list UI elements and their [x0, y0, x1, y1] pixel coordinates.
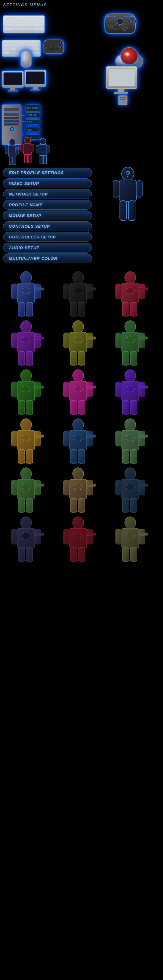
svg-rect-26 [13, 27, 35, 30]
svg-rect-52 [12, 45, 15, 47]
controls-setup-button[interactable]: CONTROLS SETUP [3, 221, 92, 231]
svg-point-35 [131, 18, 134, 21]
svg-rect-20 [16, 24, 20, 26]
svg-rect-85 [26, 72, 44, 84]
svg-rect-254 [87, 480, 93, 495]
armor-section [0, 266, 163, 563]
armor-row-5 [0, 464, 163, 513]
svg-rect-146 [128, 201, 135, 221]
svg-rect-248 [26, 499, 33, 512]
svg-rect-218 [139, 386, 148, 388]
svg-rect-216 [130, 401, 137, 414]
network-setup-button[interactable]: NETWORK SETUP [3, 189, 92, 199]
profile-name-button[interactable]: PROFILE NAME [3, 200, 92, 210]
svg-rect-44 [14, 42, 17, 44]
audio-setup-button[interactable]: AUDIO SETUP [3, 243, 92, 253]
svg-rect-129 [24, 144, 32, 154]
svg-rect-277 [63, 529, 70, 544]
svg-rect-280 [78, 547, 85, 562]
svg-rect-94 [119, 95, 127, 105]
svg-rect-9 [39, 17, 44, 20]
svg-rect-239 [122, 450, 129, 463]
svg-point-147 [21, 272, 32, 284]
svg-point-219 [21, 418, 32, 431]
svg-rect-238 [139, 431, 145, 446]
svg-rect-11 [11, 21, 15, 23]
svg-rect-176 [26, 352, 33, 365]
svg-point-249 [22, 484, 30, 490]
svg-text:?: ? [125, 169, 131, 179]
svg-point-155 [73, 272, 84, 284]
svg-point-251 [73, 468, 84, 480]
svg-rect-269 [11, 529, 17, 544]
armor-figure-olive [52, 318, 104, 366]
svg-point-34 [128, 20, 131, 23]
svg-point-74 [60, 46, 63, 48]
svg-point-169 [126, 288, 135, 294]
edit-profile-button[interactable]: EDIT PROFILE SETTINGS [3, 168, 92, 177]
svg-rect-223 [18, 450, 25, 463]
armor-figure-green-dark [104, 318, 156, 366]
svg-point-153 [22, 288, 30, 294]
svg-rect-214 [139, 382, 145, 397]
controller-setup-button[interactable]: CONTROLLER SETUP [3, 232, 92, 242]
svg-rect-145 [120, 201, 127, 221]
svg-rect-288 [130, 547, 137, 562]
svg-rect-133 [28, 154, 31, 163]
svg-rect-245 [11, 480, 17, 495]
svg-rect-139 [44, 155, 47, 164]
svg-rect-10 [5, 21, 10, 23]
svg-rect-55 [23, 45, 26, 47]
svg-rect-43 [11, 42, 14, 44]
svg-rect-123 [5, 146, 8, 154]
menu-list: EDIT PROFILE SETTINGS VIDEO SETUP NETWOR… [0, 166, 95, 265]
svg-rect-272 [26, 547, 33, 562]
svg-rect-274 [35, 533, 44, 535]
svg-rect-54 [20, 45, 23, 47]
svg-rect-50 [3, 45, 8, 47]
armor-row-1 [0, 268, 163, 317]
svg-point-72 [59, 44, 61, 46]
icons-section: CPU CORE RAM 4GB GPU HDD MOBO [0, 8, 163, 137]
armor-figure-purple-light [104, 368, 156, 415]
svg-rect-256 [78, 499, 85, 512]
soldiers-section [0, 137, 163, 165]
svg-rect-152 [26, 302, 33, 316]
svg-rect-258 [87, 484, 96, 486]
svg-point-227 [73, 418, 84, 431]
svg-rect-165 [116, 284, 122, 299]
svg-rect-278 [87, 529, 93, 544]
svg-rect-261 [116, 480, 122, 495]
svg-rect-290 [139, 533, 148, 535]
svg-rect-100 [4, 113, 19, 116]
svg-rect-246 [35, 480, 41, 495]
armor-figure-black [52, 269, 104, 317]
svg-rect-183 [70, 352, 77, 365]
video-setup-button[interactable]: VIDEO SETUP [3, 178, 92, 188]
svg-rect-168 [130, 302, 137, 316]
svg-rect-250 [35, 484, 44, 486]
svg-rect-4 [18, 17, 21, 20]
svg-rect-135 [39, 145, 47, 155]
svg-rect-142 [119, 180, 136, 201]
svg-rect-6 [26, 17, 30, 20]
svg-point-193 [126, 337, 135, 343]
armor-figure-purple [0, 318, 52, 366]
svg-rect-16 [32, 21, 36, 23]
svg-point-235 [125, 418, 136, 431]
svg-rect-130 [21, 144, 24, 152]
svg-rect-160 [78, 302, 85, 316]
svg-point-128 [25, 137, 31, 144]
multiplayer-color-button[interactable]: MULTIPLAYER COLOR [3, 253, 92, 263]
svg-rect-287 [122, 547, 129, 562]
svg-rect-199 [18, 401, 25, 414]
svg-point-203 [73, 369, 84, 382]
svg-point-281 [74, 533, 82, 539]
svg-rect-266 [139, 484, 148, 486]
mouse-setup-button[interactable]: MOUSE SETUP [3, 210, 92, 220]
svg-rect-282 [87, 533, 96, 535]
monitor-with-arrow-icon [105, 65, 145, 105]
svg-text:RAM 4GB: RAM 4GB [27, 114, 37, 116]
svg-rect-143 [113, 180, 119, 197]
svg-rect-17 [37, 21, 43, 23]
